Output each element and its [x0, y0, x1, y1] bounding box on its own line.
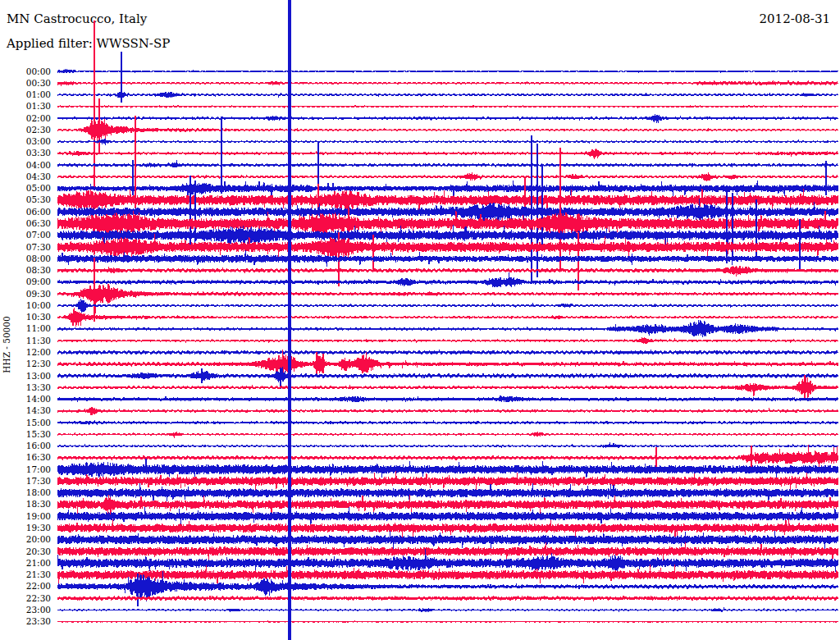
trace-row	[57, 149, 838, 159]
trace-row	[57, 483, 838, 501]
time-label-01:00: 01:00	[0, 89, 51, 100]
time-label-17:30: 17:30	[0, 476, 51, 487]
trace-row	[57, 172, 838, 181]
trace-row	[57, 542, 838, 561]
trace-row	[57, 266, 838, 277]
trace-row	[57, 91, 838, 98]
trace-row	[57, 106, 838, 107]
time-label-05:30: 05:30	[0, 194, 51, 205]
seismogram-traces	[0, 0, 840, 640]
trace-row	[57, 596, 838, 601]
trace-row	[57, 471, 838, 490]
time-label-18:30: 18:30	[0, 499, 51, 510]
time-label-13:30: 13:30	[0, 382, 51, 393]
time-label-09:00: 09:00	[0, 277, 51, 287]
time-label-12:00: 12:00	[0, 347, 51, 358]
trace-row	[57, 69, 838, 73]
time-label-07:00: 07:00	[0, 230, 51, 240]
time-label-14:00: 14:00	[0, 394, 51, 405]
time-label-04:30: 04:30	[0, 171, 51, 182]
time-label-11:00: 11:00	[0, 323, 51, 334]
trace-row	[57, 621, 838, 623]
trace-row	[57, 81, 838, 86]
time-label-14:30: 14:30	[0, 405, 51, 416]
trace-row	[57, 519, 838, 537]
time-label-03:00: 03:00	[0, 136, 51, 147]
time-label-21:30: 21:30	[0, 569, 51, 580]
time-label-20:30: 20:30	[0, 546, 51, 557]
time-label-19:30: 19:30	[0, 523, 51, 533]
helicorder-plot: MN Castrocucco, Italy Applied filter: WW…	[0, 0, 840, 640]
time-label-00:30: 00:30	[0, 78, 51, 89]
trace-row	[57, 308, 838, 327]
time-label-22:00: 22:00	[0, 581, 51, 592]
trace-row	[57, 299, 838, 313]
trace-row	[57, 495, 838, 514]
time-label-04:00: 04:00	[0, 160, 51, 171]
time-label-06:30: 06:30	[0, 218, 51, 229]
trace-row	[57, 507, 838, 525]
trace-row	[57, 609, 838, 612]
time-label-09:30: 09:30	[0, 289, 51, 299]
time-label-07:30: 07:30	[0, 242, 51, 253]
time-label-11:30: 11:30	[0, 336, 51, 346]
trace-row	[57, 421, 838, 425]
time-label-20:00: 20:00	[0, 534, 51, 545]
trace-row	[57, 139, 838, 144]
trace-row	[57, 284, 838, 313]
trace-row	[57, 272, 838, 287]
time-label-02:30: 02:30	[0, 125, 51, 135]
time-label-18:00: 18:00	[0, 487, 51, 498]
time-label-05:00: 05:00	[0, 183, 51, 194]
time-label-19:00: 19:00	[0, 511, 51, 522]
time-label-23:00: 23:00	[0, 605, 51, 615]
time-label-15:30: 15:30	[0, 429, 51, 440]
trace-row	[57, 367, 838, 382]
trace-row	[57, 407, 838, 415]
trace-row	[57, 337, 838, 344]
trace-row	[57, 377, 838, 397]
time-label-06:00: 06:00	[0, 207, 51, 217]
trace-row	[57, 114, 838, 122]
trace-row	[57, 118, 838, 144]
trace-row	[57, 432, 838, 437]
time-label-00:00: 00:00	[0, 66, 51, 77]
time-label-22:30: 22:30	[0, 593, 51, 604]
trace-row	[57, 160, 838, 167]
trace-row	[57, 459, 838, 482]
time-label-16:00: 16:00	[0, 441, 51, 451]
trace-row	[57, 350, 838, 354]
trace-row	[57, 320, 838, 337]
time-label-23:30: 23:30	[0, 616, 51, 627]
time-label-12:30: 12:30	[0, 359, 51, 369]
time-label-03:30: 03:30	[0, 148, 51, 158]
time-label-15:00: 15:00	[0, 418, 51, 428]
time-label-10:00: 10:00	[0, 300, 51, 311]
trace-row	[57, 251, 838, 267]
time-label-02:00: 02:00	[0, 113, 51, 124]
time-label-10:30: 10:30	[0, 312, 51, 322]
trace-row	[57, 531, 838, 549]
trace-row	[57, 442, 838, 447]
time-label-17:00: 17:00	[0, 464, 51, 475]
time-label-08:00: 08:00	[0, 254, 51, 264]
time-label-13:00: 13:00	[0, 371, 51, 382]
trace-row	[57, 395, 838, 402]
time-label-16:30: 16:30	[0, 452, 51, 463]
full-height-artifact-line	[288, 0, 292, 640]
time-label-01:30: 01:30	[0, 101, 51, 112]
time-label-08:30: 08:30	[0, 265, 51, 276]
time-label-21:00: 21:00	[0, 558, 51, 569]
